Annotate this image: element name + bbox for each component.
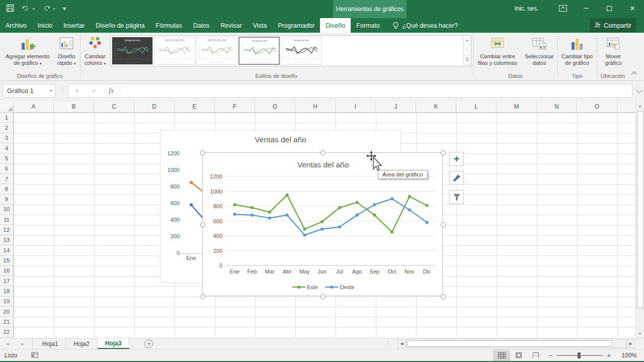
row-header-3[interactable]: 3 <box>0 133 13 143</box>
x-axis-tick[interactable]: May <box>299 268 310 275</box>
horizontal-scrollbar[interactable] <box>406 339 626 348</box>
row-header-11[interactable]: 11 <box>0 215 13 225</box>
row-header-7[interactable]: 7 <box>0 174 13 184</box>
column-header-m[interactable]: M <box>497 102 537 112</box>
row-header-4[interactable]: 4 <box>0 143 13 153</box>
sign-in-label[interactable]: Inic. ses. <box>515 5 538 12</box>
zoom-in-icon[interactable]: + <box>607 351 611 359</box>
x-axis-tick[interactable]: Dic <box>423 268 431 275</box>
y-axis-tick[interactable]: 1000 <box>210 189 222 195</box>
formula-input-area[interactable]: × ✓ fx <box>68 84 632 98</box>
chart-style-thumbnail-4[interactable]: Ventas del año <box>238 37 280 65</box>
column-header-j[interactable]: J <box>376 102 416 112</box>
resize-handle-n[interactable] <box>320 150 326 155</box>
y-axis-tick[interactable]: 800 <box>213 203 222 209</box>
column-header-n[interactable]: N <box>537 102 577 112</box>
x-axis-tick[interactable]: Jun <box>317 268 327 275</box>
next-sheet-icon[interactable]: ► <box>15 338 30 349</box>
x-axis-tick[interactable]: Feb <box>248 268 257 275</box>
view-page-break-button[interactable] <box>527 350 544 361</box>
switch-row-column-button[interactable]: Cambiar entre filas y columnas <box>474 34 521 66</box>
y-axis-tick[interactable]: 600 <box>213 218 222 224</box>
close-button[interactable]: × <box>621 0 644 17</box>
row-header-8[interactable]: 8 <box>0 184 13 194</box>
column-header-b[interactable]: B <box>54 102 94 112</box>
column-header-o[interactable]: O <box>577 102 617 112</box>
column-header-k[interactable]: K <box>416 102 456 112</box>
row-header-18[interactable]: 18 <box>0 286 13 296</box>
ribbon-tab-formulas[interactable]: Fórmulas <box>150 18 188 33</box>
redo-icon[interactable] <box>42 5 51 14</box>
resize-handle-ne[interactable] <box>441 150 446 155</box>
prev-sheet-icon[interactable]: ◄ <box>0 338 15 349</box>
ribbon-tab-programador[interactable]: Programador <box>272 18 320 33</box>
maximize-button[interactable] <box>598 0 621 17</box>
ribbon-tab-diseno-de-pagina[interactable]: Diseño de página <box>90 18 150 33</box>
row-header-9[interactable]: 9 <box>0 195 13 205</box>
customize-qat-icon[interactable]: ▾ <box>62 8 66 11</box>
resize-handle-s[interactable] <box>320 294 326 299</box>
undo-icon[interactable] <box>22 5 30 14</box>
resize-handle-e[interactable] <box>441 222 446 227</box>
row-header-12[interactable]: 12 <box>0 225 13 235</box>
row-header-16[interactable]: 16 <box>0 266 13 276</box>
select-all-corner[interactable] <box>0 102 14 113</box>
undo-dropdown-icon[interactable]: ▾ <box>33 7 35 11</box>
x-axis-tick[interactable]: Sep <box>370 268 380 275</box>
x-axis-tick[interactable]: Ago <box>352 268 362 275</box>
sheet-tab-hoja1[interactable]: Hoja1 <box>35 338 66 349</box>
y-axis-tick[interactable]: 0 <box>219 262 222 268</box>
row-header-5[interactable]: 5 <box>0 153 13 163</box>
add-chart-element-button[interactable]: Agregar elemento de gráfico ▾ <box>2 34 53 67</box>
horizontal-scrollbar-thumb[interactable] <box>407 340 612 347</box>
column-header-g[interactable]: G <box>255 102 295 112</box>
move-chart-button[interactable]: Mover gráfico <box>598 34 629 66</box>
legend-este[interactable]: Este <box>307 284 318 290</box>
row-header-20[interactable]: 20 <box>0 307 13 317</box>
row-header-10[interactable]: 10 <box>0 205 13 215</box>
share-button[interactable]: Compartir <box>590 18 636 33</box>
chart-style-thumbnail-2[interactable]: VENTAS DEL AÑO <box>154 37 195 65</box>
name-box-caret-icon[interactable]: ▾ <box>50 88 52 93</box>
vertical-scrollbar-thumb[interactable] <box>637 111 643 308</box>
row-header-17[interactable]: 17 <box>0 276 13 286</box>
change-chart-type-button[interactable]: Cambiar tipo de gráfico <box>558 34 596 66</box>
scroll-left-icon[interactable]: ◀ <box>397 339 406 348</box>
ribbon-tab-vista[interactable]: Vista <box>248 18 273 33</box>
resize-handle-sw[interactable] <box>200 294 205 299</box>
formula-bar-splitter[interactable]: ⋮ <box>60 86 66 94</box>
column-header-c[interactable]: C <box>94 102 134 112</box>
resize-handle-se[interactable] <box>441 294 446 299</box>
save-icon[interactable] <box>6 4 14 14</box>
chart-elements-button[interactable]: + <box>449 152 464 166</box>
column-header-l[interactable]: L <box>456 102 497 112</box>
x-axis-tick[interactable]: Abr <box>283 268 291 275</box>
column-header-f[interactable]: F <box>215 102 255 112</box>
chart-filters-button[interactable] <box>449 190 464 204</box>
column-header-e[interactable]: E <box>175 102 215 112</box>
row-header-22[interactable]: 22 <box>0 327 13 337</box>
ribbon-tab-inicio[interactable]: Inicio <box>32 18 58 33</box>
scroll-right-icon[interactable]: ▶ <box>626 339 635 348</box>
row-header-19[interactable]: 19 <box>0 297 13 307</box>
gallery-scroll-up-button[interactable]: ▲ <box>463 36 471 45</box>
resize-handle-w[interactable] <box>200 222 205 227</box>
ribbon-tab-diseno[interactable]: Diseño <box>320 18 351 33</box>
chart-title[interactable]: Ventas del año <box>297 160 349 169</box>
legend-oeste[interactable]: Oeste <box>340 284 354 290</box>
vertical-scrollbar[interactable]: ▲ ▼ <box>635 102 644 338</box>
sheet-tab-hoja2[interactable]: Hoja2 <box>66 338 97 349</box>
gallery-more-button[interactable]: ▼ <box>463 55 471 65</box>
chart-styles-button[interactable] <box>449 171 464 185</box>
ribbon-tab-revisar[interactable]: Revisar <box>215 18 247 33</box>
x-axis-tick[interactable]: Oct <box>388 268 396 275</box>
change-colors-button[interactable]: Cambiar colores ▾ <box>81 34 109 67</box>
add-sheet-button[interactable]: + <box>144 339 153 348</box>
chart-style-thumbnail-3[interactable]: VENTAS DEL AÑO <box>196 37 237 65</box>
column-header-h[interactable]: H <box>295 102 336 112</box>
name-box[interactable]: Gráfico 1 ▾ <box>3 84 55 98</box>
quick-layout-button[interactable]: Diseño rápido ▾ <box>53 34 79 67</box>
minimize-button[interactable] <box>575 0 598 17</box>
resize-handle-nw[interactable] <box>200 150 205 155</box>
x-axis-tick[interactable]: Nov <box>405 268 415 275</box>
